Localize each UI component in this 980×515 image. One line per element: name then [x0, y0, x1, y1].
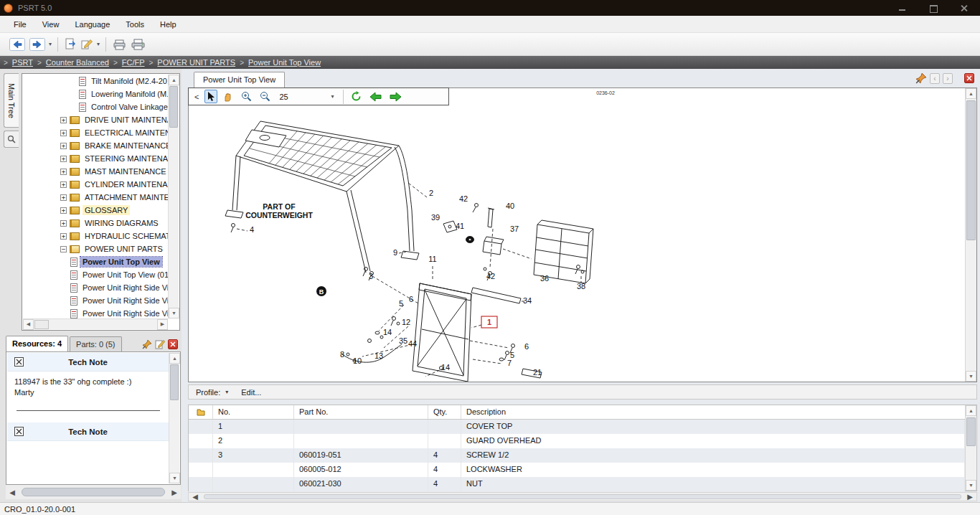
viewer-vertical-scrollbar[interactable]: ▲ ▼ — [965, 88, 976, 382]
menu-item-language[interactable]: Language — [67, 17, 118, 32]
part-callout[interactable]: 37 — [510, 225, 519, 233]
tree-item[interactable]: +HYDRAULIC SCHEMATIC... — [23, 230, 168, 242]
part-callout[interactable]: 10 — [353, 356, 362, 365]
resources-close-button[interactable] — [168, 339, 178, 349]
part-callout[interactable]: 13 — [374, 351, 383, 360]
note-checkbox-icon[interactable] — [14, 357, 24, 367]
part-callout[interactable]: 42 — [459, 194, 468, 203]
part-callout[interactable]: 6 — [409, 295, 413, 303]
tree-expand-toggle[interactable]: + — [60, 220, 67, 227]
scroll-up-arrow[interactable]: ▲ — [966, 88, 976, 99]
tree-item[interactable]: Power Unit Right Side Vie... — [23, 281, 168, 294]
scroll-down-arrow[interactable]: ▼ — [169, 473, 180, 483]
tech-note-card[interactable]: Tech Note — [7, 422, 169, 441]
part-callout[interactable]: 21 — [533, 368, 542, 377]
table-row[interactable]: 2GUARD OVERHEAD — [189, 434, 965, 448]
tree-item[interactable]: Tilt Manifold (M2.4-20... — [23, 75, 168, 88]
diagram-canvas[interactable]: PART OF COUNTERWEIGHT 0236-02 2442403941… — [189, 88, 965, 382]
part-callout[interactable]: 42 — [486, 272, 495, 280]
breadcrumb-link[interactable]: FC/FP — [122, 58, 145, 67]
tree-item[interactable]: Lowering Manifold (M... — [23, 88, 168, 100]
scroll-left-arrow[interactable]: ◀ — [23, 319, 34, 330]
tree-expand-toggle[interactable]: + — [60, 117, 67, 123]
tree-expand-toggle[interactable]: + — [60, 194, 67, 201]
tree-vertical-scrollbar[interactable]: ▲ ▼ — [168, 75, 179, 318]
part-callout[interactable]: 7 — [507, 359, 512, 367]
resources-horizontal-scrollbar[interactable]: ◀ ▶ — [6, 485, 181, 499]
scroll-right-arrow[interactable]: ▶ — [157, 319, 168, 330]
tree-expand-toggle[interactable]: + — [60, 130, 67, 136]
export-button[interactable] — [62, 35, 79, 54]
tree-horizontal-scrollbar[interactable]: ◀ ▶ — [23, 318, 168, 329]
column-header[interactable]: Qty. — [428, 405, 461, 419]
next-tab-button[interactable]: › — [943, 73, 953, 84]
scroll-thumb[interactable] — [204, 494, 961, 499]
resources-tab[interactable]: Resources: 4 — [6, 336, 68, 351]
column-header[interactable]: No. — [213, 405, 294, 419]
resources-vertical-scrollbar[interactable]: ▲ ▼ — [169, 353, 179, 483]
part-callout[interactable]: 11 — [428, 255, 436, 263]
part-callout[interactable]: 9 — [393, 248, 397, 257]
scroll-up-arrow[interactable]: ▲ — [169, 75, 179, 85]
tree-expand-toggle[interactable]: − — [60, 246, 67, 252]
part-callout[interactable]: 44 — [408, 339, 417, 348]
scroll-up-arrow[interactable]: ▲ — [966, 405, 976, 416]
part-callout[interactable]: 39 — [431, 213, 440, 222]
part-callout[interactable]: 5 — [399, 299, 403, 308]
tree-expand-toggle[interactable]: + — [60, 156, 67, 162]
scroll-thumb[interactable] — [966, 417, 976, 446]
tree-item[interactable]: +ELECTRICAL MAINTENA... — [23, 126, 168, 139]
table-row[interactable]: 060005-0124LOCKWASHER — [189, 463, 965, 477]
breadcrumb-link[interactable]: Power Unit Top View — [248, 58, 321, 67]
document-close-button[interactable] — [964, 73, 974, 83]
pointer-tool-button[interactable] — [204, 90, 217, 103]
breadcrumb-link[interactable]: Counter Balanced — [46, 58, 109, 67]
part-callout[interactable]: 6 — [524, 342, 529, 351]
forward-button[interactable] — [27, 35, 47, 54]
next-image-button[interactable] — [387, 90, 404, 103]
tech-note-card[interactable]: Tech Note118947 is the 33" ohg complete … — [7, 353, 169, 403]
tree-item[interactable]: +ATTACHMENT MAINTEN... — [23, 191, 168, 204]
part-callout[interactable]: 1 — [487, 318, 491, 326]
print-preview-button[interactable] — [110, 35, 128, 54]
column-header[interactable]: Part No. — [294, 405, 428, 419]
notes-button[interactable] — [79, 35, 95, 54]
table-vertical-scrollbar[interactable]: ▲ ▼ — [965, 405, 976, 491]
part-callout[interactable]: B — [319, 288, 324, 296]
scroll-down-arrow[interactable]: ▼ — [966, 480, 976, 491]
menu-item-help[interactable]: Help — [152, 17, 184, 32]
part-callout[interactable]: 34 — [523, 296, 532, 305]
minimize-button[interactable] — [899, 4, 907, 12]
previous-tab-button[interactable]: ‹ — [930, 73, 940, 84]
history-dropdown-caret[interactable]: ▾ — [49, 41, 52, 47]
pin-icon[interactable] — [142, 339, 152, 349]
previous-image-button[interactable] — [367, 90, 384, 103]
part-callout[interactable]: 14 — [383, 328, 392, 336]
breadcrumb-link[interactable]: POWER UNIT PARTS — [157, 58, 235, 67]
note-checkbox-icon[interactable] — [14, 427, 24, 436]
print-button[interactable] — [128, 35, 148, 54]
tree-item[interactable]: Power Unit Top View — [23, 255, 168, 268]
scroll-left-arrow[interactable]: ◀ — [6, 486, 19, 499]
pan-tool-button[interactable] — [221, 90, 235, 103]
part-callout[interactable]: 8 — [340, 350, 344, 359]
tree-item[interactable]: +WIRING DIAGRAMS — [23, 217, 168, 230]
scroll-thumb[interactable] — [22, 488, 165, 496]
part-callout[interactable]: 40 — [506, 202, 514, 210]
column-header[interactable]: Description — [461, 405, 965, 419]
icon-column-header[interactable] — [189, 405, 213, 419]
scroll-right-arrow[interactable]: ▶ — [168, 486, 181, 499]
tree-expand-toggle[interactable]: + — [60, 143, 67, 149]
part-callout[interactable]: 4 — [250, 225, 254, 234]
splitter-grip[interactable] — [34, 320, 49, 329]
menu-item-view[interactable]: View — [34, 17, 67, 32]
part-callout[interactable]: 3 — [369, 272, 373, 280]
breadcrumb-link[interactable]: PSRT — [12, 58, 33, 67]
document-tab[interactable]: Power Unit Top View — [194, 72, 285, 88]
table-row[interactable]: 3060019-0514SCREW 1/2 — [189, 448, 965, 463]
main-tree-tab[interactable]: Main Tree — [4, 73, 19, 128]
tree-expand-toggle[interactable]: + — [60, 169, 67, 175]
tree-item[interactable]: +DRIVE UNIT MAINTENAN... — [23, 113, 168, 126]
part-callout[interactable]: 2 — [429, 189, 433, 197]
toolbar-collapse-button[interactable]: < — [192, 93, 201, 101]
